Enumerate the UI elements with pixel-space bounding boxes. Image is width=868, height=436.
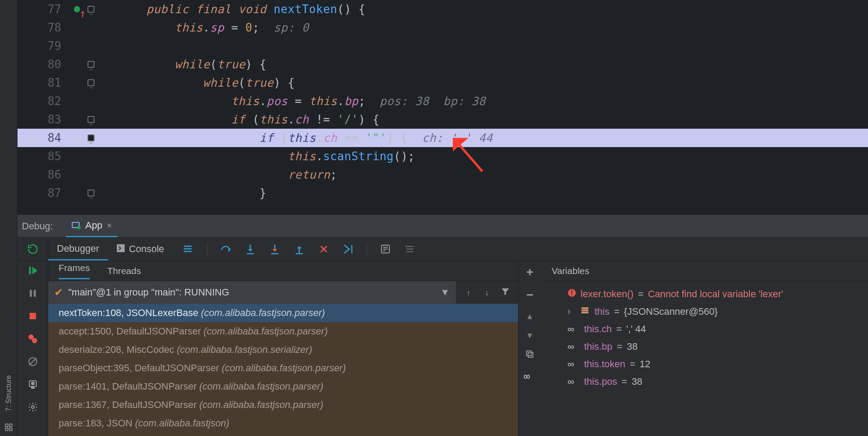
variable-row[interactable]: ›this = {JSONScanner@560} [548,303,861,320]
code-line[interactable]: 81 while(true) { [18,74,868,92]
settings-button[interactable] [27,401,39,413]
frames-list[interactable]: nextToken:108, JSONLexerBase (com.alibab… [48,304,518,436]
inline-debug-hint: ch: ',' 44 [408,131,493,144]
new-watch-button[interactable]: + [526,265,533,278]
code-line[interactable]: 83 if (this.ch != '/') { [18,110,868,129]
svg-rect-1 [9,424,12,427]
debugger-tab[interactable]: Debugger [48,238,108,260]
variable-row[interactable]: ∞this.pos = 38 [548,373,861,390]
code-content: this.pos = this.bp; pos: 38 bp: 38 [118,92,868,110]
evaluate-expression-button[interactable] [379,243,392,255]
run-to-cursor-button[interactable] [342,243,354,255]
previous-frame-button[interactable]: ↑ [464,288,473,297]
code-content: if (this.ch != '/') { [118,110,868,129]
fold-toggle-icon[interactable] [88,190,94,197]
code-line[interactable]: 77↑ public final void nextToken() { [18,0,868,18]
frames-tab[interactable]: Frames [59,263,90,279]
variable-value: ',' 44 [626,323,646,335]
code-editor[interactable]: 77↑ public final void nextToken() {78 th… [18,0,868,214]
code-content: return; [118,165,868,184]
close-icon[interactable]: × [107,221,112,231]
layout-icon[interactable] [4,422,14,432]
variable-row[interactable]: lexer.token() = Cannot find local variab… [548,285,861,303]
trace-button[interactable] [404,243,416,255]
duplicate-watch-button[interactable] [525,349,535,361]
next-frame-button[interactable]: ↓ [482,288,492,297]
view-breakpoints-button[interactable] [27,333,39,345]
svg-rect-8 [184,246,192,247]
watch-icon: ∞ [567,376,580,387]
variables-tree[interactable]: lexer.token() = Cannot find local variab… [541,281,868,436]
chevron-down-icon[interactable]: ▼ [440,287,450,298]
thread-dump-icon[interactable] [182,243,194,255]
get-thread-dump-button[interactable] [27,378,39,390]
show-watches-button[interactable]: ∞ [524,370,536,383]
fold-toggle-icon[interactable] [88,116,94,123]
debug-session-tab[interactable]: App × [66,215,117,237]
code-line[interactable]: 80 while(true) { [18,55,868,74]
drop-frame-button[interactable] [318,243,330,255]
variable-name: this [595,306,609,317]
stack-frame[interactable]: deserialze:208, MiscCodec (com.alibaba.f… [48,341,518,359]
stack-frame[interactable]: parse:183, JSON (com.alibaba.fastjson) [48,414,518,432]
pause-button[interactable] [27,287,39,299]
variable-value: Cannot find local variable 'lexer' [648,288,783,300]
structure-tool-window-button[interactable]: 7: Structure [5,375,13,411]
variable-name: this.pos [584,376,617,387]
svg-rect-47 [581,312,588,313]
stack-frame[interactable]: parseObject:395, DefaultJSONParser (com.… [48,359,518,377]
code-line[interactable]: 82 this.pos = this.bp; pos: 38 bp: 38 [18,92,868,110]
line-number: 83 [18,110,70,129]
line-number: 78 [18,18,70,37]
svg-rect-41 [527,351,532,356]
code-line[interactable]: 84 if (this.ch == '"') { ch: ',' 44 [18,129,868,147]
threads-tab[interactable]: Threads [107,266,141,276]
stack-frame[interactable]: nextToken:108, JSONLexerBase (com.alibab… [48,304,518,322]
console-tab[interactable]: Console [108,238,173,260]
line-number: 84 [18,129,70,147]
variables-header: Variables [541,261,868,281]
svg-rect-38 [32,387,34,388]
stack-frame[interactable]: accept:1500, DefaultJSONParser (com.alib… [48,322,518,341]
move-watch-up-button[interactable]: ▲ [525,311,535,320]
fold-toggle-icon[interactable] [88,79,94,86]
move-watch-down-button[interactable]: ▼ [525,330,535,340]
svg-rect-10 [184,251,192,252]
fold-toggle-icon[interactable] [88,134,94,141]
fold-toggle-icon[interactable] [88,61,94,68]
fold-toggle-icon[interactable] [88,6,94,13]
thread-selector[interactable]: ✔ "main"@1 in group "main": RUNNING ▼ [48,281,456,304]
expand-toggle-icon[interactable]: › [567,306,576,317]
remove-watch-button[interactable]: − [526,288,533,301]
stack-frame[interactable]: parse:1401, DefaultJSONParser (com.aliba… [48,377,518,396]
svg-marker-28 [32,267,37,274]
watch-icon: ∞ [567,323,580,335]
step-out-button[interactable] [293,243,305,255]
code-line[interactable]: 78 this.sp = 0; sp: 0 [18,18,868,37]
variable-row[interactable]: ∞this.ch = ',' 44 [548,320,861,338]
stop-button[interactable] [27,310,39,322]
variable-name: lexer.token() [581,288,634,300]
equals-sign: = [614,306,620,317]
check-icon: ✔ [54,286,63,299]
code-line[interactable]: 86 return; [18,165,868,184]
variable-row[interactable]: ∞this.token = 12 [548,355,861,373]
resume-button[interactable] [27,264,39,277]
stack-frame[interactable]: parse:1367, DefaultJSONParser (com.aliba… [48,396,518,414]
force-step-into-button[interactable] [269,243,281,255]
rerun-button[interactable] [18,238,48,260]
mute-breakpoints-button[interactable] [27,355,39,368]
step-into-button[interactable] [244,243,256,255]
code-line[interactable]: 87 } [18,184,868,202]
vcs-change-icon: ↑ [74,4,84,14]
console-icon [117,243,125,255]
code-content: while(true) { [118,74,868,92]
svg-rect-30 [34,290,36,297]
thread-name: "main"@1 in group "main": RUNNING [68,287,229,298]
debug-label: Debug: [22,221,53,232]
filter-icon[interactable] [500,287,510,298]
step-over-button[interactable] [220,243,232,255]
code-line[interactable]: 79 [18,37,868,55]
variable-row[interactable]: ∞this.bp = 38 [548,338,861,355]
code-line[interactable]: 85 this.scanString(); [18,147,868,165]
